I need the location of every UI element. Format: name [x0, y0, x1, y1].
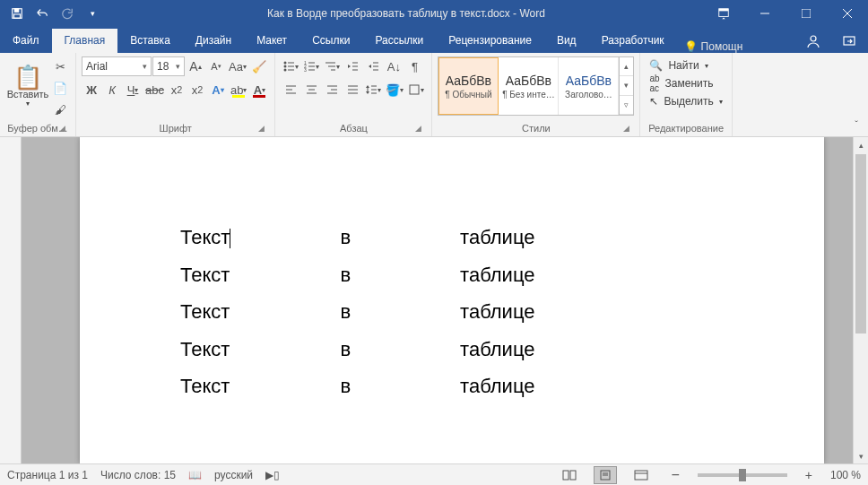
text-effects-button[interactable]: A▾ [208, 80, 228, 100]
tab-references[interactable]: Ссылки [299, 29, 362, 53]
share-icon[interactable] [836, 29, 863, 53]
superscript-button[interactable]: x2 [187, 80, 207, 100]
svg-rect-50 [570, 471, 576, 480]
account-icon[interactable] [800, 29, 827, 53]
word-count[interactable]: Число слов: 15 [100, 469, 176, 481]
styles-scroll-down[interactable]: ▾ [620, 76, 633, 95]
strikethrough-button[interactable]: abc [143, 80, 166, 100]
replace-button[interactable]: abacЗаменить [646, 74, 716, 92]
grow-font-button[interactable]: A▴ [186, 56, 205, 76]
read-mode-button[interactable] [558, 466, 581, 484]
font-size-value: 18 [157, 60, 169, 73]
line-spacing-button[interactable]: ▾ [363, 80, 383, 100]
macro-indicator[interactable]: ▶▯ [265, 469, 280, 481]
font-dialog-launcher[interactable]: ◢ [258, 124, 269, 134]
zoom-slider-knob[interactable] [739, 469, 746, 481]
font-color-button[interactable]: A▾ [249, 80, 269, 100]
spellcheck-indicator[interactable]: 📖 [188, 469, 202, 481]
font-name-combo[interactable]: Arial▾ [82, 56, 152, 76]
vertical-scrollbar[interactable]: ▴ ▾ [853, 137, 868, 463]
document-page[interactable]: Текствтаблице Текствтаблице Текствтаблиц… [80, 137, 824, 463]
zoom-level[interactable]: 100 % [830, 469, 861, 481]
show-marks-button[interactable]: ¶ [404, 56, 424, 76]
align-center-button[interactable] [301, 80, 321, 100]
save-icon[interactable] [5, 2, 29, 25]
multilevel-list-button[interactable]: ▾ [322, 56, 342, 76]
styles-scroll-up[interactable]: ▴ [620, 57, 633, 76]
change-case-button[interactable]: Aa▾ [227, 56, 248, 76]
tab-file[interactable]: Файл [0, 29, 52, 53]
style-normal[interactable]: АаБбВв¶ Обычный [438, 57, 499, 115]
page-indicator[interactable]: Страница 1 из 1 [7, 469, 88, 481]
tell-me[interactable]: 💡Помощн [677, 40, 751, 53]
scroll-down-button[interactable]: ▾ [854, 448, 868, 463]
subscript-button[interactable]: x2 [167, 80, 187, 100]
tab-insert[interactable]: Вставка [117, 29, 183, 53]
table-row[interactable]: Текствтаблице [180, 332, 642, 368]
borders-button[interactable]: ▾ [406, 80, 426, 100]
format-painter-button[interactable]: 🖌 [50, 100, 70, 119]
chevron-down-icon[interactable]: ▾ [143, 62, 147, 71]
bold-button[interactable]: Ж [82, 80, 101, 100]
clear-formatting-button[interactable]: 🧹 [249, 56, 269, 76]
tab-review[interactable]: Рецензирование [436, 29, 544, 53]
zoom-out-button[interactable]: − [665, 467, 684, 483]
paragraph-group-label: Абзац [340, 123, 368, 134]
ribbon-options-icon[interactable] [703, 0, 744, 27]
highlight-button[interactable]: ab▾ [229, 80, 248, 100]
decrease-indent-button[interactable] [343, 56, 362, 76]
collapse-ribbon-button[interactable]: ˇ [846, 115, 866, 134]
tab-home[interactable]: Главная [52, 29, 118, 53]
style-no-spacing[interactable]: АаБбВв¶ Без инте… [499, 57, 559, 115]
scroll-track[interactable] [854, 152, 868, 448]
minimize-button[interactable] [744, 0, 786, 27]
copy-button[interactable]: 📄 [50, 78, 70, 98]
page-scroll[interactable]: Текствтаблице Текствтаблице Текствтаблиц… [22, 137, 853, 463]
undo-icon[interactable] [30, 2, 54, 25]
redo-icon[interactable] [56, 2, 79, 25]
language-indicator[interactable]: русский [214, 469, 253, 481]
italic-button[interactable]: К [102, 80, 122, 100]
tab-design[interactable]: Дизайн [183, 29, 244, 53]
underline-button[interactable]: Ч▾ [123, 80, 143, 100]
zoom-slider[interactable] [698, 473, 787, 477]
align-left-button[interactable] [281, 80, 300, 100]
document-table[interactable]: Текствтаблице Текствтаблице Текствтаблиц… [178, 218, 644, 406]
maximize-button[interactable] [786, 0, 827, 27]
sort-button[interactable]: A↓ [384, 56, 404, 76]
print-layout-button[interactable] [594, 466, 617, 484]
tab-developer[interactable]: Разработчик [589, 29, 677, 53]
close-button[interactable] [827, 0, 868, 27]
style-heading1[interactable]: АаБбВвЗаголово… [559, 57, 619, 115]
web-layout-button[interactable] [629, 466, 653, 484]
tab-view[interactable]: Вид [544, 29, 589, 53]
increase-indent-button[interactable] [363, 56, 383, 76]
vertical-ruler[interactable] [0, 137, 22, 463]
clipboard-dialog-launcher[interactable]: ◢ [59, 124, 70, 134]
tab-mailings[interactable]: Рассылки [362, 29, 436, 53]
zoom-in-button[interactable]: + [800, 468, 818, 482]
table-row[interactable]: Текствтаблице [180, 257, 642, 293]
table-row[interactable]: Текствтаблице [180, 294, 642, 330]
shading-button[interactable]: 🪣▾ [384, 80, 405, 100]
scroll-up-button[interactable]: ▴ [854, 137, 868, 152]
paragraph-dialog-launcher[interactable]: ◢ [415, 124, 426, 134]
numbering-button[interactable]: 123▾ [301, 56, 321, 76]
styles-dialog-launcher[interactable]: ◢ [623, 124, 634, 134]
tab-layout[interactable]: Макет [244, 29, 299, 53]
table-row[interactable]: Текствтаблице [180, 368, 642, 404]
chevron-down-icon[interactable]: ▾ [176, 62, 180, 71]
font-size-combo[interactable]: 18▾ [152, 56, 185, 76]
align-right-button[interactable] [322, 80, 342, 100]
paste-button[interactable]: 📋 Вставить ▾ [5, 56, 50, 116]
cut-button[interactable]: ✂ [50, 56, 70, 76]
select-button[interactable]: ↖Выделить▾ [646, 92, 725, 110]
justify-button[interactable] [343, 80, 362, 100]
find-button[interactable]: 🔍Найти▾ [646, 56, 711, 74]
scroll-thumb[interactable] [855, 154, 866, 333]
styles-expand[interactable]: ▿ [620, 96, 633, 115]
shrink-font-button[interactable]: A▾ [206, 56, 226, 76]
bullets-button[interactable]: ▾ [281, 56, 300, 76]
table-row[interactable]: Текствтаблице [180, 220, 642, 255]
qat-customize-icon[interactable]: ▾ [81, 2, 104, 25]
